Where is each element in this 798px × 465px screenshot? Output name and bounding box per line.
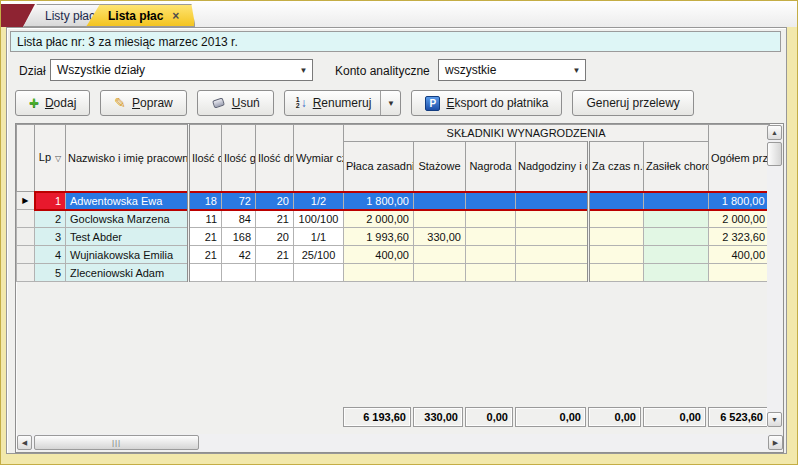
cell-wyn[interactable]	[256, 264, 294, 282]
cell-zasilek[interactable]	[644, 192, 709, 210]
generuj-button[interactable]: Generuj przelewy	[572, 90, 693, 116]
close-icon[interactable]: ×	[172, 9, 179, 23]
cell-ogolem[interactable]: 400,00	[709, 246, 770, 264]
table-row[interactable]: 5 Zleceniowski Adam	[17, 264, 770, 282]
cell-wyn[interactable]: 20	[256, 192, 294, 210]
cell-zaczas[interactable]	[589, 210, 644, 228]
vertical-scrollbar-thumb[interactable]	[767, 142, 782, 166]
col-header-nagroda[interactable]: Nagroda	[466, 142, 516, 192]
popraw-button[interactable]: ✎ Popraw	[100, 90, 186, 116]
renumeruj-button[interactable]: 12 ↓ Renumeruj	[285, 91, 381, 115]
col-header-nazwisko[interactable]: Nazwisko i imię pracownika	[66, 125, 189, 192]
dzial-select[interactable]: Wszystkie działy ▼	[50, 59, 313, 81]
cell-stazowe[interactable]	[414, 246, 466, 264]
col-header-ilosc-god[interactable]: Ilość god...	[222, 125, 256, 192]
cell-dni[interactable]: 21	[189, 228, 222, 246]
col-header-nadgodziny[interactable]: Nadgodziny i dodatki	[516, 142, 589, 192]
cell-placa[interactable]: 1 800,00	[344, 192, 414, 210]
cell-nagroda[interactable]	[466, 246, 516, 264]
cell-zasilek[interactable]	[644, 228, 709, 246]
cell-placa[interactable]: 400,00	[344, 246, 414, 264]
col-header-placa[interactable]: Płaca zasadnicza	[344, 142, 414, 192]
cell-zasilek[interactable]	[644, 264, 709, 282]
cell-name[interactable]: Zleceniowski Adam	[66, 264, 189, 282]
cell-wymiar[interactable]	[294, 264, 344, 282]
cell-god[interactable]: 168	[222, 228, 256, 246]
cell-nagroda[interactable]	[466, 210, 516, 228]
cell-dni[interactable]	[189, 264, 222, 282]
cell-zasilek[interactable]	[644, 246, 709, 264]
table-row[interactable]: 2 Goclowska Marzena 11 84 21 100/100 2 0…	[17, 210, 770, 228]
cell-stazowe[interactable]	[414, 192, 466, 210]
cell-placa[interactable]	[344, 264, 414, 282]
row-selector[interactable]	[17, 228, 35, 246]
cell-lp[interactable]: 1	[35, 192, 66, 210]
cell-lp[interactable]: 4	[35, 246, 66, 264]
cell-lp[interactable]: 3	[35, 228, 66, 246]
cell-wymiar[interactable]: 100/100	[294, 210, 344, 228]
chevron-down-icon[interactable]: ▼	[295, 60, 312, 80]
vertical-scrollbar[interactable]: ▲ ▼	[767, 125, 782, 427]
cell-zaczas[interactable]	[589, 192, 644, 210]
cell-ogolem[interactable]: 1 800,00	[709, 192, 770, 210]
cell-dni[interactable]: 21	[189, 246, 222, 264]
row-selector[interactable]	[17, 246, 35, 264]
tab-lista-plac[interactable]: Lista płac ×	[86, 4, 195, 27]
usun-button[interactable]: Usuń	[197, 90, 274, 116]
cell-nadgodziny[interactable]	[516, 192, 589, 210]
cell-lp[interactable]: 2	[35, 210, 66, 228]
cell-wyn[interactable]: 21	[256, 246, 294, 264]
col-header-ogolem[interactable]: Ogółem przychód	[709, 125, 770, 192]
cell-zasilek[interactable]	[644, 210, 709, 228]
dodaj-button[interactable]: + Dodaj	[15, 90, 90, 116]
cell-god[interactable]: 42	[222, 246, 256, 264]
col-header-ilosc-dni-wyn[interactable]: Ilość dni wyn. z ob. pracy	[256, 125, 294, 192]
cell-wymiar[interactable]: 1/2	[294, 192, 344, 210]
cell-nadgodziny[interactable]	[516, 246, 589, 264]
scroll-down-icon[interactable]: ▼	[767, 412, 782, 427]
cell-nadgodziny[interactable]	[516, 264, 589, 282]
cell-nagroda[interactable]	[466, 264, 516, 282]
eksport-button[interactable]: P Eksport do płatnika	[411, 90, 562, 116]
cell-dni[interactable]: 11	[189, 210, 222, 228]
col-header-stazowe[interactable]: Stażowe	[414, 142, 466, 192]
scroll-left-icon[interactable]: ◀	[17, 435, 32, 450]
cell-zaczas[interactable]	[589, 264, 644, 282]
cell-god[interactable]: 72	[222, 192, 256, 210]
cell-name[interactable]: Adwentowska Ewa	[66, 192, 189, 210]
cell-ogolem[interactable]: 2 000,00	[709, 210, 770, 228]
cell-ogolem[interactable]: 2 323,60	[709, 228, 770, 246]
col-header-lp[interactable]: Lp▽	[35, 125, 66, 192]
cell-name[interactable]: Wujniakowska Emilia	[66, 246, 189, 264]
scroll-up-icon[interactable]: ▲	[767, 125, 782, 140]
cell-stazowe[interactable]	[414, 210, 466, 228]
cell-nagroda[interactable]	[466, 192, 516, 210]
row-selector[interactable]	[17, 264, 35, 282]
cell-placa[interactable]: 1 993,60	[344, 228, 414, 246]
cell-zaczas[interactable]	[589, 228, 644, 246]
cell-god[interactable]	[222, 264, 256, 282]
table-row[interactable]: 4 Wujniakowska Emilia 21 42 21 25/100 40…	[17, 246, 770, 264]
row-marker-icon[interactable]: ▶	[17, 192, 35, 210]
cell-wyn[interactable]: 20	[256, 228, 294, 246]
row-selector[interactable]	[17, 210, 35, 228]
cell-wyn[interactable]: 21	[256, 210, 294, 228]
horizontal-scrollbar-thumb[interactable]: |||	[34, 435, 199, 450]
cell-wymiar[interactable]: 1/1	[294, 228, 344, 246]
cell-wymiar[interactable]: 25/100	[294, 246, 344, 264]
col-header-wymiar[interactable]: Wymiar czasu pracy	[294, 125, 344, 192]
cell-placa[interactable]: 2 000,00	[344, 210, 414, 228]
cell-zaczas[interactable]	[589, 246, 644, 264]
cell-nagroda[interactable]	[466, 228, 516, 246]
col-header-zasilek[interactable]: Zasiłek chorobowy	[644, 142, 709, 192]
cell-stazowe[interactable]: 330,00	[414, 228, 466, 246]
chevron-down-icon[interactable]: ▼	[568, 60, 585, 80]
renumeruj-dropdown-arrow[interactable]: ▼	[380, 91, 400, 115]
scroll-right-icon[interactable]: ▶	[768, 435, 783, 450]
table-row-selected[interactable]: ▶ 1 Adwentowska Ewa 18 72 20 1/2 1 800,0…	[17, 192, 770, 210]
konto-select[interactable]: wszystkie ▼	[438, 59, 586, 81]
cell-lp[interactable]: 5	[35, 264, 66, 282]
cell-god[interactable]: 84	[222, 210, 256, 228]
horizontal-scrollbar[interactable]: ◀ ||| ▶	[17, 434, 783, 451]
cell-stazowe[interactable]	[414, 264, 466, 282]
